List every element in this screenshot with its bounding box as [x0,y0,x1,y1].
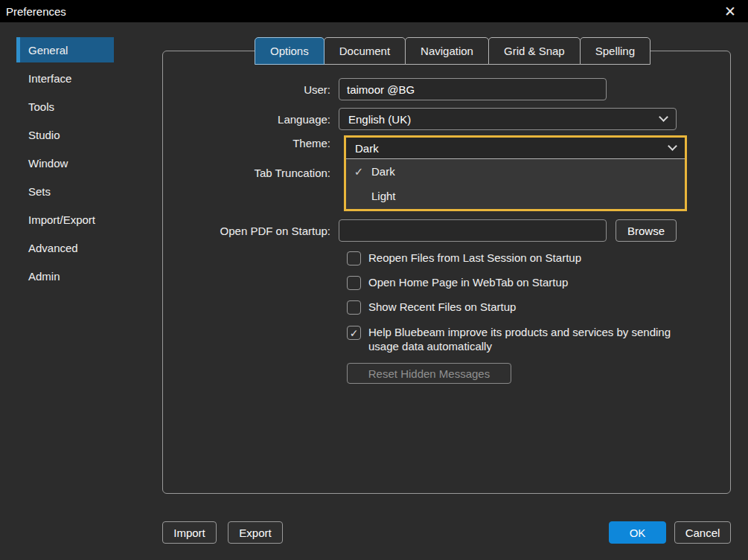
language-label: Language: [179,113,339,126]
theme-label: Theme: [179,137,339,149]
tab-label: Spelling [595,45,635,57]
cancel-button-label: Cancel [685,527,720,539]
check-icon: ✓ [346,165,371,178]
checkbox-label: Help Bluebeam improve its products and s… [368,326,690,354]
sidebar-item-general[interactable]: General [16,37,114,62]
theme-option-dark[interactable]: ✓ Dark [346,159,685,184]
browse-button-label: Browse [627,225,665,237]
theme-highlight-box: Dark ✓ Dark Light [344,135,687,211]
sidebar-item-label: Interface [28,72,71,85]
sidebar-item-admin[interactable]: Admin [16,263,114,289]
checkbox-row-open-home-page[interactable]: Open Home Page in WebTab on Startup [347,276,568,290]
language-value: English (UK) [348,113,411,126]
checkbox-row-reopen-files[interactable]: Reopen Files from Last Session on Startu… [347,251,581,265]
reset-hidden-messages-button[interactable]: Reset Hidden Messages [347,363,511,384]
preferences-dialog: Preferences ✕ General Interface Tools St… [0,0,748,560]
tab-label: Document [339,45,390,57]
sidebar-item-label: Studio [28,129,60,141]
sidebar-item-window[interactable]: Window [16,150,114,176]
open-pdf-row: Open PDF on Startup: Browse [179,219,677,242]
sidebar-item-studio[interactable]: Studio [16,122,114,147]
checkbox-unchecked[interactable] [347,300,361,315]
theme-row: Theme: [179,137,339,149]
import-button-label: Import [173,527,205,539]
ok-button[interactable]: OK [609,521,666,544]
sidebar-item-import-export[interactable]: Import/Export [16,207,114,232]
theme-option-label: Light [371,190,396,202]
sidebar: General Interface Tools Studio Window Se… [0,22,162,560]
sidebar-item-label: Import/Export [28,213,95,226]
open-pdf-input[interactable] [339,219,607,242]
checkbox-label: Show Recent Files on Startup [368,300,516,315]
sidebar-item-interface[interactable]: Interface [16,65,114,91]
tab-bar: Options Document Navigation Grid & Snap … [255,37,650,65]
checkbox-row-show-recent-files[interactable]: Show Recent Files on Startup [347,300,516,315]
language-select[interactable]: English (UK) [339,108,677,130]
tab-label: Navigation [421,45,473,57]
sidebar-item-label: Advanced [28,242,78,254]
browse-button[interactable]: Browse [616,219,677,242]
checkbox-row-usage-data[interactable]: ✓ Help Bluebeam improve its products and… [347,326,690,354]
cancel-button[interactable]: Cancel [674,521,731,544]
checkbox-unchecked[interactable] [347,276,361,290]
tab-grid-snap[interactable]: Grid & Snap [488,37,581,65]
sidebar-item-label: Tools [28,100,54,113]
close-icon[interactable]: ✕ [721,3,739,20]
ok-button-label: OK [630,527,646,539]
checkbox-checked[interactable]: ✓ [347,326,361,340]
tab-truncation-label: Tab Truncation: [179,167,339,179]
sidebar-item-label: Sets [28,185,51,198]
checkbox-label: Reopen Files from Last Session on Startu… [368,251,581,265]
chevron-down-icon [668,141,677,151]
theme-option-light[interactable]: Light [346,184,685,208]
sidebar-item-label: General [28,44,68,57]
theme-select[interactable]: Dark [346,138,685,159]
export-button[interactable]: Export [228,521,283,544]
sidebar-item-label: Window [28,157,68,170]
tab-navigation[interactable]: Navigation [405,37,489,65]
tab-document[interactable]: Document [324,37,406,65]
title-bar: Preferences ✕ [0,0,748,22]
checkbox-label: Open Home Page in WebTab on Startup [368,276,568,290]
tab-label: Options [270,45,309,57]
user-input[interactable] [339,78,607,100]
reset-hidden-messages-label: Reset Hidden Messages [368,367,490,380]
theme-value: Dark [355,142,379,155]
tab-options[interactable]: Options [255,37,325,65]
tab-truncation-row: Tab Truncation: [179,167,339,179]
open-pdf-label: Open PDF on Startup: [179,225,339,237]
dialog-title: Preferences [6,5,66,18]
sidebar-item-tools[interactable]: Tools [16,94,114,119]
sidebar-item-sets[interactable]: Sets [16,178,114,204]
theme-dropdown-list: ✓ Dark Light [346,159,685,209]
sidebar-item-advanced[interactable]: Advanced [16,235,114,260]
export-button-label: Export [239,527,271,539]
theme-option-label: Dark [371,165,395,178]
import-button[interactable]: Import [162,521,217,544]
language-row: Language: English (UK) [179,108,677,130]
tab-spelling[interactable]: Spelling [580,37,650,65]
tab-label: Grid & Snap [504,45,565,57]
sidebar-item-label: Admin [28,270,60,283]
chevron-down-icon [659,112,668,122]
user-label: User: [179,83,339,96]
user-row: User: [179,78,607,100]
checkbox-unchecked[interactable] [347,251,361,265]
